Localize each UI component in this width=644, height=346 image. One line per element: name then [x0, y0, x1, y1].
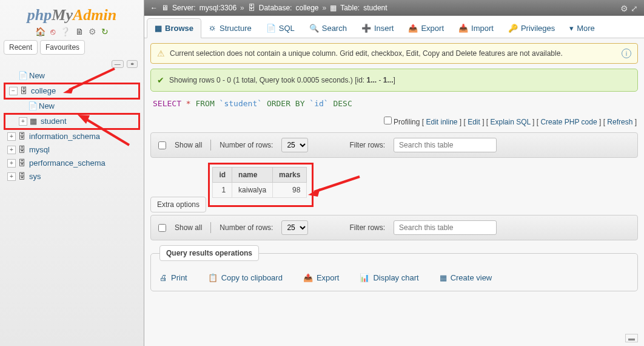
tab-sql[interactable]: 📄SQL [259, 18, 302, 38]
database-icon: 🗄 [18, 143, 27, 157]
filter-label: Filter rows: [349, 223, 385, 232]
breadcrumb-separator: » [322, 4, 326, 12]
expand-icon[interactable]: + [7, 159, 16, 168]
view-icon: ▦ [440, 273, 447, 282]
tree-new[interactable]: +📄 New [4, 69, 140, 83]
cell-id: 1 [213, 183, 232, 198]
tree-db-sys[interactable]: +🗄 sys [4, 170, 140, 183]
nav-back-icon[interactable]: ← [150, 4, 158, 12]
annotation-arrow [308, 174, 363, 200]
profiling-label[interactable]: Profiling [394, 118, 420, 126]
expand-icon[interactable]: + [7, 172, 16, 181]
database-icon: 🗄 [18, 130, 27, 143]
tree-db-college[interactable]: −🗄 college [4, 83, 140, 100]
query-links: Profiling [ Edit inline ] [ Edit ] [ Exp… [150, 114, 638, 132]
col-header-id[interactable]: id [213, 168, 232, 183]
tab-export[interactable]: 📤Export [401, 18, 451, 38]
expand-icon[interactable]: + [7, 132, 16, 141]
tabs: ▦Browse ⛭Structure 📄SQL 🔍Search ➕Insert … [144, 16, 644, 38]
control-bar-top: Show all Number of rows: 25 Filter rows: [150, 132, 638, 158]
logo[interactable]: phpMyAdmin [4, 2, 140, 25]
cell-name: kaiwalya [232, 183, 273, 198]
recent-tab[interactable]: Recent [4, 40, 38, 55]
control-bar-bottom: Show all Number of rows: 25 Filter rows: [150, 215, 638, 240]
check-icon: ✔ [157, 75, 164, 85]
sql-icon[interactable]: 🗎 [75, 27, 84, 36]
content: ⚠ Current selection does not contain a u… [144, 38, 644, 296]
create-php-link[interactable]: Create PHP code [540, 118, 597, 126]
clipboard-icon: 📋 [208, 273, 218, 282]
settings-icon[interactable]: ⚙ ⤢ [620, 4, 638, 13]
tab-more[interactable]: ▾More [562, 18, 602, 38]
print-button[interactable]: 🖨Print [159, 273, 187, 282]
explain-link[interactable]: Explain SQL [491, 118, 531, 126]
new-icon: 📄 [18, 69, 27, 83]
logout-icon[interactable]: ⎋ [50, 27, 55, 36]
qops-legend: Query results operations [159, 245, 259, 261]
table-icon: ▦ [30, 115, 38, 128]
tab-browse[interactable]: ▦Browse [147, 18, 201, 38]
database-icon: 🗄 [20, 84, 29, 98]
copy-clipboard-button[interactable]: 📋Copy to clipboard [208, 273, 283, 282]
home-icon[interactable]: 🏠 [35, 27, 45, 36]
chart-icon: 📊 [360, 273, 369, 282]
extra-options-button[interactable]: Extra options [150, 197, 206, 212]
warning-text: Current selection does not contain a uni… [170, 49, 563, 58]
console-toggle[interactable]: ▬ [625, 334, 638, 342]
server-label: Server: [172, 4, 196, 12]
main: ← 🖥 Server: mysql:3306 » 🗄 Database: col… [144, 0, 644, 346]
tree-table-student[interactable]: +▦ student [4, 113, 140, 130]
show-all-label[interactable]: Show all [175, 223, 202, 232]
expand-icon[interactable]: + [7, 146, 16, 154]
favourites-tab[interactable]: Favourites [40, 40, 85, 55]
info-icon[interactable]: i [622, 49, 631, 58]
col-header-marks[interactable]: marks [273, 168, 307, 183]
success-message: ✔ Showing rows 0 - 0 (1 total, Query too… [150, 69, 638, 92]
col-header-name[interactable]: name [232, 168, 273, 183]
browse-icon: ▦ [155, 24, 162, 33]
docs-icon[interactable]: ❔ [60, 27, 70, 36]
table-icon: ▦ [330, 4, 337, 12]
num-rows-select[interactable]: 25 [281, 138, 308, 152]
filter-label: Filter rows: [349, 141, 385, 149]
tree-db-information-schema[interactable]: +🗄 information_schema [4, 130, 140, 143]
export-button[interactable]: 📤Export [303, 273, 340, 282]
tab-insert[interactable]: ➕Insert [354, 18, 401, 38]
filter-input[interactable] [394, 138, 497, 152]
database-icon: 🗄 [18, 157, 27, 170]
create-view-button[interactable]: ▦Create view [440, 273, 492, 282]
num-rows-label: Number of rows: [220, 141, 273, 149]
gear-icon[interactable]: ⚙ [89, 27, 96, 36]
refresh-link[interactable]: Refresh [607, 118, 632, 126]
link-icon[interactable]: ⚭ [127, 60, 138, 68]
tree-college-new[interactable]: +📄 New [4, 100, 140, 113]
edit-link[interactable]: Edit [468, 118, 480, 126]
server-link[interactable]: mysql:3306 [200, 4, 236, 12]
database-icon: 🗄 [248, 4, 255, 12]
show-all-label[interactable]: Show all [175, 141, 202, 149]
show-all-checkbox[interactable] [158, 224, 166, 232]
collapse-icon[interactable]: — [112, 60, 124, 68]
filter-input[interactable] [394, 220, 497, 235]
collapse-icon[interactable]: − [9, 87, 18, 95]
tree-db-mysql[interactable]: +🗄 mysql [4, 143, 140, 157]
show-all-checkbox[interactable] [158, 141, 166, 149]
import-icon: 📥 [458, 24, 468, 33]
display-chart-button[interactable]: 📊Display chart [360, 273, 418, 282]
tab-privileges[interactable]: 🔑Privileges [501, 18, 562, 38]
new-icon: 📄 [28, 100, 36, 113]
tab-search[interactable]: 🔍Search [302, 18, 354, 38]
tab-structure[interactable]: ⛭Structure [201, 18, 259, 38]
tree-db-performance-schema[interactable]: +🗄 performance_schema [4, 157, 140, 170]
expand-icon[interactable]: + [19, 117, 27, 126]
reload-icon[interactable]: ↻ [101, 27, 109, 36]
edit-inline-link[interactable]: Edit inline [426, 118, 457, 126]
profiling-checkbox[interactable] [384, 117, 392, 124]
table-link[interactable]: student [363, 4, 387, 12]
num-rows-select[interactable]: 25 [281, 220, 308, 235]
db-link[interactable]: college [295, 4, 318, 12]
sidebar-tabs: Recent Favourites [4, 40, 140, 55]
tab-import[interactable]: 📥Import [451, 18, 501, 38]
query-results-operations: Query results operations 🖨Print 📋Copy to… [150, 245, 638, 291]
collapse-controls: — ⚭ [4, 58, 140, 69]
